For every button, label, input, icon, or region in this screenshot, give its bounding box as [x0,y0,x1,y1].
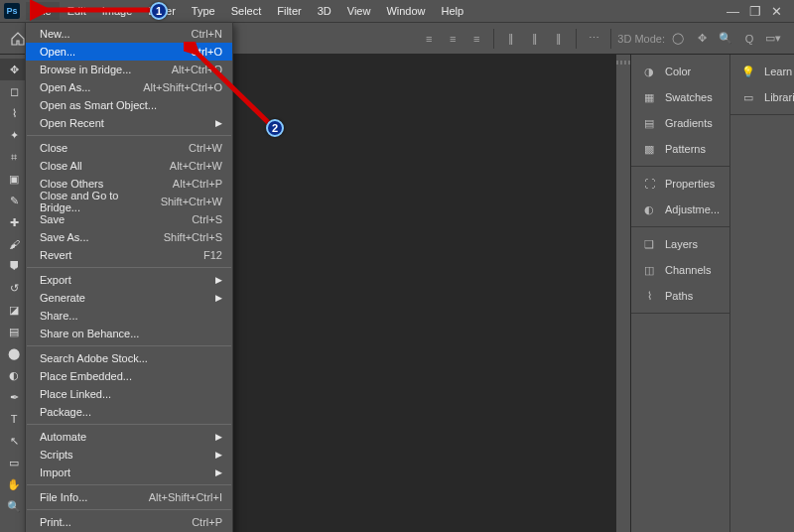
mode-label: 3D Mode: [617,33,665,45]
menu-item-search-adobe-stock[interactable]: Search Adobe Stock... [26,349,232,367]
close-button[interactable]: ✕ [771,4,782,19]
menu-item-open-recent[interactable]: Open Recent▶ [26,114,232,132]
menu-item-open-as-smart-object[interactable]: Open as Smart Object... [26,96,232,114]
panel-swatches[interactable]: ▦Swatches [631,84,729,110]
menu-item-open-as[interactable]: Open As...Alt+Shift+Ctrl+O [26,78,232,96]
panel-paths[interactable]: ⌇Paths [631,283,729,309]
restore-button[interactable]: ❐ [749,4,761,19]
menu-item-share-on-behance[interactable]: Share on Behance... [26,325,232,342]
libraries-icon: ▭ [740,89,756,105]
dodge-tool-icon[interactable]: ◐ [0,364,28,386]
menu-filter[interactable]: Filter [269,2,309,20]
align-right-icon[interactable]: ≡ [465,29,487,49]
zoom-icon[interactable]: 🔍 [715,29,736,49]
panel-layers[interactable]: ❑Layers [631,231,729,257]
align-center-h-icon[interactable]: ≡ [442,29,463,49]
align-bottom-icon[interactable]: ‖ [548,29,570,49]
menu-3d[interactable]: 3D [310,2,339,20]
menu-help[interactable]: Help [434,2,472,20]
menu-separator [27,484,231,485]
menu-view[interactable]: View [339,2,379,20]
move-tool-icon[interactable]: ✥ [0,59,28,80]
menu-item-print[interactable]: Print...Ctrl+P [26,513,232,531]
eraser-tool-icon[interactable]: ◪ [0,299,28,321]
frame-tool-icon[interactable]: ▣ [0,168,28,190]
pan-icon[interactable]: ✥ [691,29,713,49]
pen-tool-icon[interactable]: ✒ [0,386,28,408]
menu-item-generate[interactable]: Generate▶ [26,289,232,307]
panel-properties[interactable]: ⛶Properties [631,171,729,197]
divider [610,29,611,49]
patterns-icon: ▩ [641,141,657,157]
search-icon[interactable]: Q [738,29,760,49]
type-tool-icon[interactable]: T [0,408,28,430]
menu-item-place-embedded[interactable]: Place Embedded... [26,367,232,385]
menu-item-close-and-go-to-bridge[interactable]: Close and Go to Bridge...Shift+Ctrl+W [26,193,232,210]
menu-item-open[interactable]: Open...Ctrl+O [26,43,232,61]
window-controls: — ❐ ✕ [727,4,790,19]
align-left-icon[interactable]: ≡ [418,29,440,49]
align-center-v-icon[interactable]: ‖ [524,29,546,49]
file-menu-dropdown: New...Ctrl+NOpen...Ctrl+OBrowse in Bridg… [25,22,233,532]
menu-item-place-linked[interactable]: Place Linked... [26,385,232,403]
stamp-tool-icon[interactable]: ⛊ [0,255,28,277]
menu-item-browse-in-bridge[interactable]: Browse in Bridge...Alt+Ctrl+O [26,61,232,78]
zoom-tool-icon[interactable]: 🔍 [0,495,28,517]
quick-select-tool-icon[interactable]: ✦ [0,124,28,146]
marquee-tool-icon[interactable]: ◻ [0,80,28,102]
menu-edit[interactable]: Edit [60,2,94,20]
workspace-icon[interactable]: ▭▾ [762,29,784,49]
minimize-button[interactable]: — [727,4,739,19]
divider [576,29,577,49]
brush-tool-icon[interactable]: 🖌 [0,233,28,255]
align-top-icon[interactable]: ‖ [500,29,522,49]
panel-color[interactable]: ◑Color [631,59,729,84]
panel-tabstrip[interactable] [615,55,631,532]
menu-item-new[interactable]: New...Ctrl+N [26,25,232,43]
menu-item-save[interactable]: SaveCtrl+S [26,210,232,228]
menu-separator [27,267,231,268]
menu-image[interactable]: Image [94,2,141,20]
menu-item-close-all[interactable]: Close AllAlt+Ctrl+W [26,157,232,175]
menu-item-close[interactable]: CloseCtrl+W [26,139,232,157]
panel-patterns[interactable]: ▩Patterns [631,136,729,162]
eyedropper-tool-icon[interactable]: ✎ [0,190,28,211]
menubar: Ps File Edit Image Layer Type Select Fil… [0,0,794,22]
learn-icon: 💡 [740,64,756,79]
history-brush-tool-icon[interactable]: ↺ [0,277,28,299]
panel-libraries[interactable]: ▭Librari... [730,84,794,110]
align-group: ≡ ≡ ≡ ‖ ‖ ‖ ⋯ 3D Mode: ◯ ✥ 🔍 Q ▭▾ [418,29,784,49]
menu-item-automate[interactable]: Automate▶ [26,428,232,446]
menu-layer[interactable]: Layer [140,2,184,20]
healing-tool-icon[interactable]: ✚ [0,211,28,233]
path-select-tool-icon[interactable]: ↖ [0,430,28,452]
panel-channels[interactable]: ◫Channels [631,257,729,283]
distribute-icon[interactable]: ⋯ [583,29,604,49]
menu-window[interactable]: Window [378,2,433,20]
lasso-tool-icon[interactable]: ⌇ [0,102,28,124]
menu-item-export[interactable]: Export▶ [26,271,232,289]
menu-item-import[interactable]: Import▶ [26,464,232,481]
menu-item-save-as[interactable]: Save As...Shift+Ctrl+S [26,228,232,246]
panel-adjustments[interactable]: ◐Adjustme... [631,197,729,222]
menu-item-file-info[interactable]: File Info...Alt+Shift+Ctrl+I [26,488,232,506]
hand-tool-icon[interactable]: ✋ [0,473,28,495]
menu-select[interactable]: Select [223,2,270,20]
menu-item-package[interactable]: Package... [26,403,232,421]
menu-item-scripts[interactable]: Scripts▶ [26,446,232,464]
shape-tool-icon[interactable]: ▭ [0,452,28,473]
menu-separator [27,424,231,425]
menu-item-share[interactable]: Share... [26,307,232,325]
submenu-arrow-icon: ▶ [215,118,222,128]
orbit-icon[interactable]: ◯ [667,29,689,49]
menu-type[interactable]: Type [184,2,223,20]
crop-tool-icon[interactable]: ⌗ [0,146,28,168]
panel-learn[interactable]: 💡Learn [730,59,794,84]
menu-file[interactable]: File [26,2,60,20]
panel-gradients[interactable]: ▤Gradients [631,110,729,136]
drag-handle-icon[interactable] [616,61,630,65]
menu-item-revert[interactable]: RevertF12 [26,246,232,264]
gradient-tool-icon[interactable]: ▤ [0,321,28,342]
blur-tool-icon[interactable]: ⬤ [0,342,28,364]
swatches-icon: ▦ [641,89,657,105]
